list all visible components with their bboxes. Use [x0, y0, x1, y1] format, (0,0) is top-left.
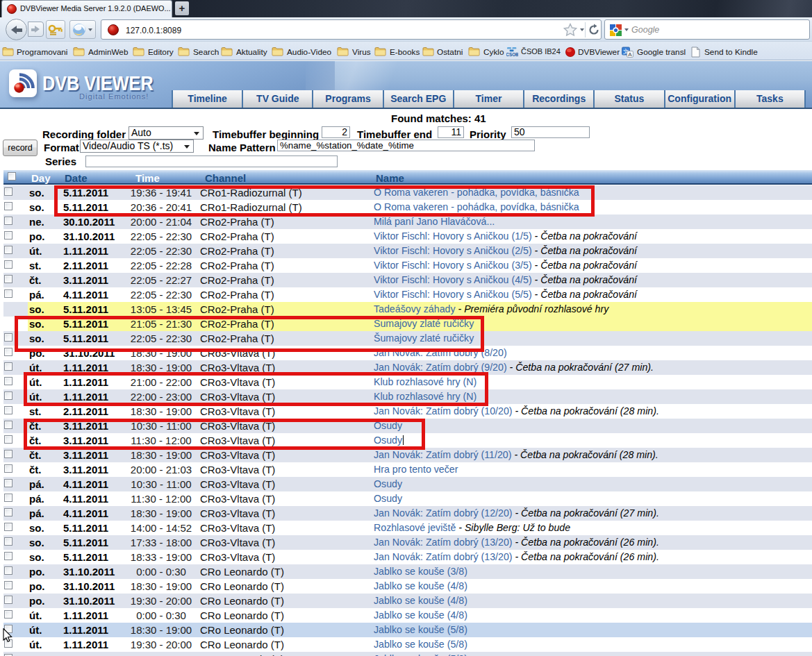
- svg-text:A: A: [628, 51, 632, 58]
- svg-text:CSOB: CSOB: [506, 52, 518, 57]
